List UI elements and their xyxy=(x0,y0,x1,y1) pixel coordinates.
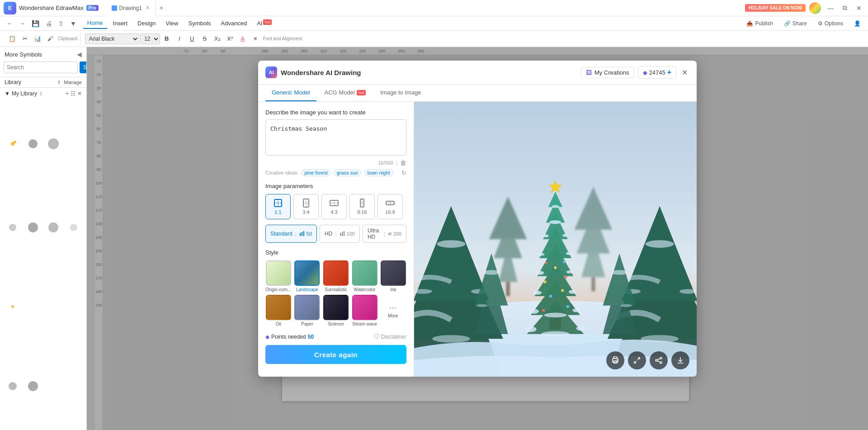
search-btn[interactable]: Search xyxy=(80,61,87,73)
download-image-btn[interactable] xyxy=(671,351,689,369)
list-btn[interactable]: ≡ xyxy=(250,33,261,45)
idea-grass-sun[interactable]: grass sun xyxy=(334,169,362,176)
refresh-ideas-btn[interactable]: ↻ xyxy=(401,170,406,176)
publish-btn[interactable]: 📤 Publish xyxy=(743,19,776,28)
svg-rect-97 xyxy=(613,357,617,359)
clear-prompt-btn[interactable]: 🗑 xyxy=(400,159,406,166)
menu-ai[interactable]: AIhot xyxy=(252,18,276,28)
menu-advanced[interactable]: Advanced xyxy=(216,18,251,28)
quality-options: Standard | 50 HD | 100 xyxy=(265,225,406,243)
tab-acg-model[interactable]: ACG Model hot xyxy=(318,85,373,101)
idea-town-night[interactable]: town night xyxy=(364,169,393,176)
clipboard-section: 📋 ✂ 📊 🖋 Clipboard xyxy=(4,33,80,45)
add-points-btn[interactable]: + xyxy=(667,68,671,76)
share-image-btn[interactable] xyxy=(650,351,668,369)
prompt-label: Describe the image you want to create xyxy=(265,109,406,116)
save-btn[interactable]: 💾 xyxy=(29,19,42,28)
tab-image-to-image[interactable]: Image to Image xyxy=(374,85,427,101)
ratio-1-1-btn[interactable]: 1:1 xyxy=(265,194,291,219)
close-btn[interactable]: ✕ xyxy=(854,5,864,12)
quality-hd-icon xyxy=(340,231,345,236)
style-more-btn[interactable]: ⋯ More xyxy=(380,295,406,326)
char-count: 16/500 xyxy=(378,160,393,165)
ai-panel-close-btn[interactable]: ✕ xyxy=(680,66,689,79)
expand-image-btn[interactable] xyxy=(628,351,646,369)
text-color-btn[interactable]: A xyxy=(237,33,249,45)
font-name-select[interactable]: Arial Black xyxy=(85,33,139,44)
print-image-btn[interactable] xyxy=(606,351,624,369)
points-info: ◆ Points needed 50 ⓘ Disclaimer xyxy=(265,333,406,340)
quality-standard-btn[interactable]: Standard | 50 xyxy=(265,225,317,243)
tab-drawing1[interactable]: Drawing1 ✕ xyxy=(106,0,156,16)
options-btn[interactable]: ⚙ Options xyxy=(814,19,847,28)
nav-forward-btn[interactable]: → xyxy=(16,19,28,28)
share-btn[interactable]: 🔗 Share xyxy=(780,19,811,28)
style-surrealistic-btn[interactable]: Surrealistic xyxy=(323,260,349,292)
style-origin-btn[interactable]: Origin-com... xyxy=(265,260,292,292)
disclaimer-btn[interactable]: ⓘ Disclaimer xyxy=(374,333,406,340)
ratio-4-3-btn[interactable]: 4:3 xyxy=(321,194,347,219)
quality-standard-label: Standard xyxy=(270,231,292,237)
left-sidebar: More Symbols ◀ Search Library ⇧ Manage ▼… xyxy=(0,47,87,430)
menu-home[interactable]: Home xyxy=(83,18,108,29)
new-tab-btn[interactable]: + xyxy=(156,4,167,12)
user-icon[interactable]: 👤 xyxy=(850,19,864,28)
my-lib-close-btn[interactable]: ✕ xyxy=(77,90,82,97)
style-landscape-btn[interactable]: Landscape xyxy=(294,260,321,292)
minimize-btn[interactable]: — xyxy=(825,5,836,12)
superscript-btn[interactable]: X² xyxy=(224,33,236,45)
my-lib-new-btn[interactable]: + xyxy=(66,90,69,97)
restore-btn[interactable]: ⧉ xyxy=(840,4,850,12)
print-btn[interactable]: 🖨 xyxy=(43,19,55,28)
sidebar-header: More Symbols ◀ xyxy=(0,47,86,61)
italic-btn[interactable]: I xyxy=(174,33,185,45)
tab-generic-model[interactable]: Generic Model xyxy=(265,85,316,101)
menu-symbols[interactable]: Symbols xyxy=(184,18,215,28)
holiday-badge[interactable]: HOLIDAY SALE ON NOW xyxy=(745,4,806,12)
library-manage-btn[interactable]: Manage xyxy=(64,80,82,85)
prompt-textarea[interactable]: Christmas Season xyxy=(265,119,406,156)
tab-close-btn[interactable]: ✕ xyxy=(146,5,150,11)
create-again-btn[interactable]: Create again xyxy=(265,345,406,364)
avatar[interactable] xyxy=(809,2,821,14)
clipboard-copy-btn[interactable]: 📋 xyxy=(6,33,18,45)
textarea-footer: 16/500 | 🗑 xyxy=(265,159,406,166)
points-icon-sm: ◆ xyxy=(265,334,269,340)
ratio-16-9-btn[interactable]: 16:9 xyxy=(377,194,403,219)
ratio-9-16-btn[interactable]: 9:16 xyxy=(349,194,375,219)
my-creations-btn[interactable]: 🖼 My Creations xyxy=(581,67,634,78)
font-size-select[interactable]: 12 xyxy=(140,33,160,44)
style-steamwave-btn[interactable]: Steam wave xyxy=(352,295,378,326)
library-up-btn[interactable]: ⇧ xyxy=(57,80,61,85)
menu-design[interactable]: Design xyxy=(133,18,160,28)
strikethrough-btn[interactable]: S xyxy=(199,33,211,45)
idea-pine-forest[interactable]: pine forest xyxy=(301,169,330,176)
bold-btn[interactable]: B xyxy=(161,33,173,45)
menu-view[interactable]: View xyxy=(161,18,183,28)
style-science-btn[interactable]: Science xyxy=(323,295,349,326)
style-watercolor-btn[interactable]: Watercolor xyxy=(352,260,378,292)
my-lib-grid-btn[interactable]: ☷ xyxy=(71,90,75,97)
clipboard-cut-btn[interactable]: ✂ xyxy=(19,33,31,45)
quality-ultrahd-btn[interactable]: Ultra HD | 200 xyxy=(363,225,406,243)
style-oil-btn[interactable]: Oil xyxy=(265,295,292,326)
ratio-3-4-btn[interactable]: 3:4 xyxy=(293,194,319,219)
export-btn[interactable]: ⇧ xyxy=(56,19,66,28)
nav-back-btn[interactable]: ← xyxy=(4,19,15,28)
style-ink-btn[interactable]: Ink xyxy=(380,260,406,292)
menu-insert[interactable]: Insert xyxy=(108,18,132,28)
underline-btn[interactable]: U xyxy=(186,33,198,45)
clipboard-format-btn[interactable]: 🖋 xyxy=(44,33,56,45)
sidebar-toggle-btn[interactable]: ◀ xyxy=(77,51,82,58)
style-paper-btn[interactable]: Paper xyxy=(294,295,321,326)
list-item xyxy=(28,222,38,232)
search-input[interactable] xyxy=(4,61,78,73)
app-name: Wondershare EdrawMax xyxy=(19,5,84,11)
clipboard-paste-btn[interactable]: 📊 xyxy=(32,33,43,45)
subscript-btn[interactable]: X₂ xyxy=(212,33,223,45)
svg-rect-24 xyxy=(391,232,391,235)
quality-hd-btn[interactable]: HD | 100 xyxy=(320,225,360,243)
menu-items: Home Insert Design View Symbols Advanced… xyxy=(83,18,276,29)
library-header: Library ⇧ Manage xyxy=(0,77,86,87)
more-nav-btn[interactable]: ▼ xyxy=(67,19,79,28)
